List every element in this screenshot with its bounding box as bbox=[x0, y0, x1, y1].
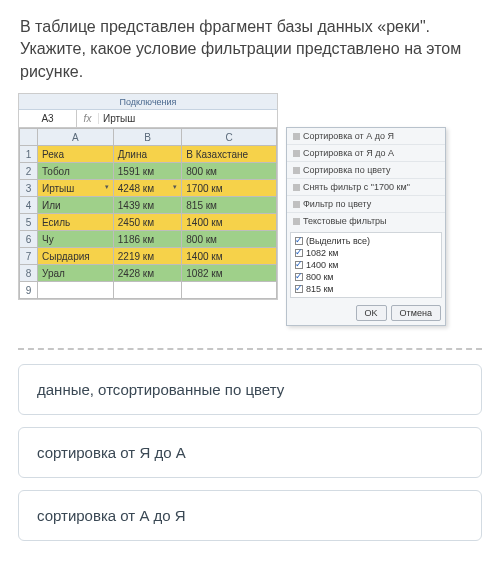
menu-icon bbox=[293, 184, 300, 191]
cell[interactable]: 2219 км bbox=[113, 248, 182, 265]
cell[interactable]: Длина bbox=[113, 146, 182, 163]
formula-bar[interactable]: Иртыш bbox=[99, 113, 277, 124]
cell[interactable]: 2428 км bbox=[113, 265, 182, 282]
table-row: 2Тобол1591 км800 км bbox=[20, 163, 277, 180]
table-row: 9 bbox=[20, 282, 277, 299]
menu-item-label: Сортировка от А до Я bbox=[303, 131, 394, 141]
cell[interactable]: Чу bbox=[38, 231, 114, 248]
filter-dropdown-icon[interactable]: ▾ bbox=[173, 183, 177, 191]
row-number[interactable]: 9 bbox=[20, 282, 38, 299]
table-row: 8Урал2428 км1082 км bbox=[20, 265, 277, 282]
row-number[interactable]: 3 bbox=[20, 180, 38, 197]
filter-checklist[interactable]: (Выделить все)1082 км1400 км800 км815 км bbox=[290, 232, 442, 298]
cell[interactable] bbox=[182, 282, 277, 299]
menu-icon bbox=[293, 167, 300, 174]
cell[interactable]: Сырдария bbox=[38, 248, 114, 265]
column-header[interactable]: A bbox=[38, 129, 114, 146]
cell[interactable]: 1439 км bbox=[113, 197, 182, 214]
menu-item-label: Сортировка от Я до А bbox=[303, 148, 394, 158]
row-number[interactable]: 7 bbox=[20, 248, 38, 265]
filter-menu-item[interactable]: Сортировка от Я до А bbox=[287, 145, 445, 162]
menu-icon bbox=[293, 133, 300, 140]
cell[interactable]: 800 км bbox=[182, 163, 277, 180]
menu-icon bbox=[293, 218, 300, 225]
checkbox-icon[interactable] bbox=[295, 237, 303, 245]
cell[interactable]: 815 км bbox=[182, 197, 277, 214]
filter-menu-item[interactable]: Сортировка от А до Я bbox=[287, 128, 445, 145]
cell[interactable]: 1082 км bbox=[182, 265, 277, 282]
column-header[interactable]: B bbox=[113, 129, 182, 146]
ribbon-section: Подключения bbox=[19, 94, 277, 110]
menu-item-label: Снять фильтр с "1700 км" bbox=[303, 182, 410, 192]
cell[interactable]: 4248 км▾ bbox=[113, 180, 182, 197]
screenshot-illustration: Подключения A3 fx Иртыш ABC 1РекаДлинаВ … bbox=[0, 93, 500, 336]
table-row: 3Иртыш▾4248 км▾1700 км bbox=[20, 180, 277, 197]
row-number[interactable]: 2 bbox=[20, 163, 38, 180]
cell[interactable]: Река bbox=[38, 146, 114, 163]
menu-icon bbox=[293, 201, 300, 208]
menu-item-label: Фильтр по цвету bbox=[303, 199, 371, 209]
cell[interactable]: 1186 км bbox=[113, 231, 182, 248]
cell[interactable]: 1400 км bbox=[182, 248, 277, 265]
check-label: (Выделить все) bbox=[306, 236, 370, 246]
cell[interactable]: Или bbox=[38, 197, 114, 214]
cell[interactable]: Тобол bbox=[38, 163, 114, 180]
table-row: 4Или1439 км815 км bbox=[20, 197, 277, 214]
filter-menu-item[interactable]: Сортировка по цвету bbox=[287, 162, 445, 179]
cancel-button[interactable]: Отмена bbox=[391, 305, 441, 321]
filter-menu-item[interactable]: Фильтр по цвету bbox=[287, 196, 445, 213]
name-box[interactable]: A3 bbox=[19, 110, 77, 127]
cell[interactable]: Есиль bbox=[38, 214, 114, 231]
table-row: 1РекаДлинаВ Казахстане bbox=[20, 146, 277, 163]
row-number[interactable]: 1 bbox=[20, 146, 38, 163]
checkbox-icon[interactable] bbox=[295, 285, 303, 293]
answer-option[interactable]: сортировка от Я до А bbox=[18, 427, 482, 478]
answer-option[interactable]: данные, отсортированные по цвету bbox=[18, 364, 482, 415]
question-text: В таблице представлен фрагмент базы данн… bbox=[0, 0, 500, 93]
ok-button[interactable]: OK bbox=[356, 305, 387, 321]
checkbox-icon[interactable] bbox=[295, 249, 303, 257]
filter-check-row[interactable]: 1400 км bbox=[295, 259, 437, 271]
filter-menu-item[interactable]: Снять фильтр с "1700 км" bbox=[287, 179, 445, 196]
filter-context-menu[interactable]: Сортировка от А до ЯСортировка от Я до А… bbox=[286, 127, 446, 326]
corner-cell[interactable] bbox=[20, 129, 38, 146]
cell[interactable]: Урал bbox=[38, 265, 114, 282]
table-row: 5Есиль2450 км1400 км bbox=[20, 214, 277, 231]
fx-icon[interactable]: fx bbox=[77, 113, 99, 124]
cell[interactable]: 800 км bbox=[182, 231, 277, 248]
menu-item-label: Текстовые фильтры bbox=[303, 216, 387, 226]
row-number[interactable]: 5 bbox=[20, 214, 38, 231]
cell[interactable] bbox=[38, 282, 114, 299]
checkbox-icon[interactable] bbox=[295, 261, 303, 269]
cell[interactable]: Иртыш▾ bbox=[38, 180, 114, 197]
filter-menu-item[interactable]: Текстовые фильтры bbox=[287, 213, 445, 229]
cell[interactable]: 2450 км bbox=[113, 214, 182, 231]
column-header-row: ABC bbox=[20, 129, 277, 146]
filter-check-row[interactable]: (Выделить все) bbox=[295, 235, 437, 247]
cell[interactable]: 1400 км bbox=[182, 214, 277, 231]
row-number[interactable]: 8 bbox=[20, 265, 38, 282]
check-label: 1400 км bbox=[306, 260, 339, 270]
cell[interactable]: 1700 км bbox=[182, 180, 277, 197]
cell[interactable]: В Казахстане bbox=[182, 146, 277, 163]
excel-window: Подключения A3 fx Иртыш ABC 1РекаДлинаВ … bbox=[18, 93, 278, 300]
checkbox-icon[interactable] bbox=[295, 273, 303, 281]
check-label: 1082 км bbox=[306, 248, 339, 258]
filter-dropdown-icon[interactable]: ▾ bbox=[105, 183, 109, 191]
filter-check-row[interactable]: 815 км bbox=[295, 283, 437, 295]
column-header[interactable]: C bbox=[182, 129, 277, 146]
answer-option[interactable]: сортировка от А до Я bbox=[18, 490, 482, 541]
check-label: 800 км bbox=[306, 272, 334, 282]
filter-check-row[interactable]: 800 км bbox=[295, 271, 437, 283]
spreadsheet-grid[interactable]: ABC 1РекаДлинаВ Казахстане2Тобол1591 км8… bbox=[19, 128, 277, 299]
formula-bar-row: A3 fx Иртыш bbox=[19, 110, 277, 128]
table-row: 7Сырдария2219 км1400 км bbox=[20, 248, 277, 265]
row-number[interactable]: 6 bbox=[20, 231, 38, 248]
cell[interactable]: 1591 км bbox=[113, 163, 182, 180]
cell[interactable] bbox=[113, 282, 182, 299]
check-label: 815 км bbox=[306, 284, 334, 294]
row-number[interactable]: 4 bbox=[20, 197, 38, 214]
filter-check-row[interactable]: 1082 км bbox=[295, 247, 437, 259]
section-divider bbox=[18, 348, 482, 350]
table-row: 6Чу1186 км800 км bbox=[20, 231, 277, 248]
